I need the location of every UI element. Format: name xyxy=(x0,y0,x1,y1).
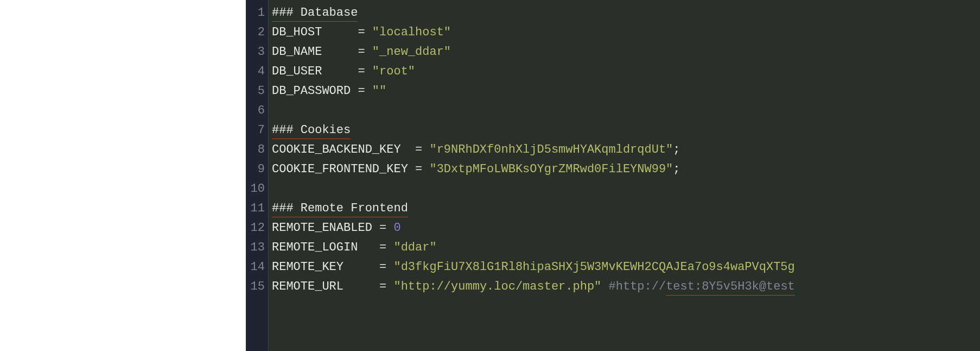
variable-name: DB_PASSWORD xyxy=(272,84,351,98)
code-line[interactable]: DB_NAME = "_new_ddar" xyxy=(272,42,980,62)
code-line[interactable]: REMOTE_LOGIN = "ddar" xyxy=(272,238,980,258)
left-empty-pane xyxy=(0,0,246,351)
line-number: 12 xyxy=(246,218,265,238)
section-heading: ### Database xyxy=(272,3,358,23)
equals-operator: = xyxy=(358,65,372,78)
equals-operator: = xyxy=(379,260,393,274)
inline-comment: #http:// xyxy=(609,280,666,293)
variable-name: REMOTE_ENABLED xyxy=(272,221,372,235)
section-heading: ### Remote Frontend xyxy=(272,199,408,218)
code-line[interactable]: DB_PASSWORD = "" xyxy=(272,82,980,101)
inline-comment-error: test:8Y5v5H3k@test xyxy=(666,277,795,297)
variable-name: REMOTE_KEY xyxy=(272,260,343,274)
code-line[interactable]: COOKIE_BACKEND_KEY = "r9NRhDXf0nhXljD5sm… xyxy=(272,140,980,160)
line-number: 7 xyxy=(246,121,265,140)
value-literal: 0 xyxy=(393,221,400,235)
line-number: 11 xyxy=(246,199,265,218)
variable-name: DB_HOST xyxy=(272,26,322,39)
semicolon: ; xyxy=(673,143,680,156)
equals-operator: = xyxy=(415,143,429,156)
variable-name: COOKIE_FRONTEND_KEY xyxy=(272,162,408,176)
code-line[interactable]: REMOTE_KEY = "d3fkgFiU7X8lG1Rl8hipaSHXj5… xyxy=(272,258,980,277)
code-line[interactable] xyxy=(272,101,980,121)
value-literal: "3DxtpMFoLWBKsOYgrZMRwd0FilEYNW99" xyxy=(429,162,673,176)
variable-name: REMOTE_LOGIN xyxy=(272,241,358,254)
equals-operator: = xyxy=(358,26,372,39)
code-line[interactable]: COOKIE_FRONTEND_KEY = "3DxtpMFoLWBKsOYgr… xyxy=(272,160,980,179)
equals-operator: = xyxy=(358,84,372,98)
value-literal: "localhost" xyxy=(372,26,451,39)
value-literal: "" xyxy=(372,84,386,98)
line-number: 3 xyxy=(246,42,265,62)
line-number: 10 xyxy=(246,179,265,199)
equals-operator: = xyxy=(379,241,393,254)
code-line[interactable] xyxy=(272,179,980,199)
value-literal: "d3fkgFiU7X8lG1Rl8hipaSHXj5W3MvKEWH2CQAJ… xyxy=(393,260,794,274)
semicolon: ; xyxy=(673,162,680,176)
line-number: 13 xyxy=(246,238,265,258)
code-line[interactable]: REMOTE_ENABLED = 0 xyxy=(272,218,980,238)
value-literal: "ddar" xyxy=(393,241,436,254)
code-line[interactable]: DB_USER = "root" xyxy=(272,62,980,82)
code-line[interactable]: ### Database xyxy=(272,3,980,23)
variable-name: COOKIE_BACKEND_KEY xyxy=(272,143,401,156)
line-number: 8 xyxy=(246,140,265,160)
code-editor[interactable]: ### DatabaseDB_HOST = "localhost"DB_NAME… xyxy=(269,0,980,351)
value-literal: "root" xyxy=(372,65,415,78)
line-number: 6 xyxy=(246,101,265,121)
variable-name: DB_USER xyxy=(272,65,322,78)
value-literal: "http://yummy.loc/master.php" xyxy=(393,280,601,293)
line-number: 14 xyxy=(246,258,265,277)
equals-operator: = xyxy=(379,221,393,235)
value-literal: "r9NRhDXf0nhXljD5smwHYAKqmldrqdUt" xyxy=(429,143,673,156)
line-number: 15 xyxy=(246,277,265,297)
variable-name: DB_NAME xyxy=(272,45,322,59)
line-number: 1 xyxy=(246,3,265,23)
code-line[interactable]: ### Cookies xyxy=(272,121,980,140)
code-line[interactable]: DB_HOST = "localhost" xyxy=(272,23,980,42)
value-literal: "_new_ddar" xyxy=(372,45,451,59)
equals-operator: = xyxy=(415,162,429,176)
line-number: 9 xyxy=(246,160,265,179)
line-number: 5 xyxy=(246,82,265,101)
equals-operator: = xyxy=(358,45,372,59)
code-line[interactable]: REMOTE_URL = "http://yummy.loc/master.ph… xyxy=(272,277,980,297)
equals-operator: = xyxy=(379,280,393,293)
line-number: 2 xyxy=(246,23,265,42)
variable-name: REMOTE_URL xyxy=(272,280,343,293)
line-number: 4 xyxy=(246,62,265,82)
line-number-gutter: 123456789101112131415 xyxy=(246,0,269,351)
code-line[interactable]: ### Remote Frontend xyxy=(272,199,980,218)
section-heading: ### Cookies xyxy=(272,121,351,140)
